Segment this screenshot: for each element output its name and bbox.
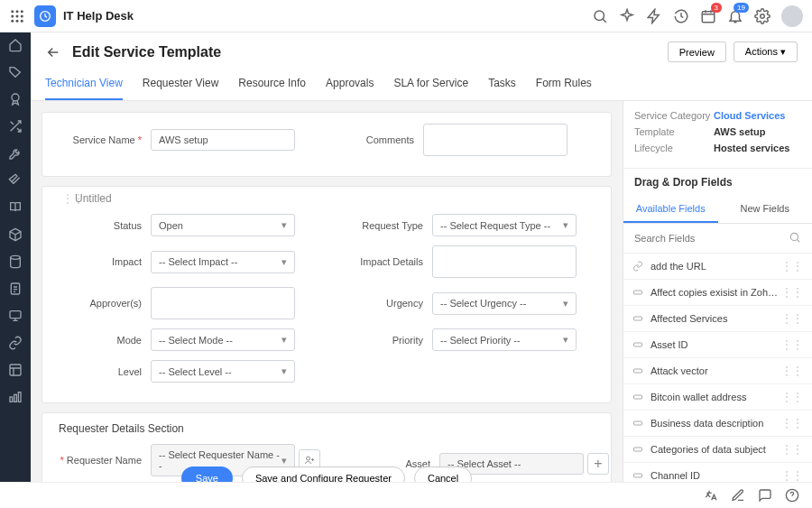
- field-type-icon: [632, 365, 643, 376]
- drag-handle-icon[interactable]: ⋮⋮: [781, 286, 803, 299]
- calendar-icon[interactable]: 3: [700, 8, 716, 24]
- history-icon[interactable]: [673, 8, 689, 24]
- report-icon[interactable]: [8, 282, 23, 296]
- tab-available-fields[interactable]: Available Fields: [623, 196, 718, 223]
- svg-point-22: [790, 233, 798, 240]
- tab-form-rules[interactable]: Form Rules: [536, 71, 592, 100]
- level-select[interactable]: -- Select Level --▾: [151, 360, 295, 383]
- rocket-icon[interactable]: [8, 173, 23, 188]
- field-item[interactable]: Business data description⋮⋮: [623, 411, 812, 437]
- field-item[interactable]: Affect copies exisist in Zoho's linfr...…: [623, 280, 812, 306]
- page-title: Edit Service Template: [72, 44, 221, 60]
- field-item[interactable]: add the URL⋮⋮: [623, 254, 812, 280]
- tag-icon[interactable]: [8, 65, 23, 79]
- tabs: Technician ViewRequester ViewResource In…: [45, 71, 798, 100]
- field-type-icon: [632, 313, 643, 324]
- book-icon[interactable]: [8, 200, 23, 215]
- wrench-icon[interactable]: [8, 146, 23, 161]
- zia-icon[interactable]: [619, 8, 635, 24]
- bolt-icon[interactable]: [646, 8, 662, 24]
- drag-handle-icon[interactable]: ⋮⋮: [781, 417, 803, 429]
- tab-tasks[interactable]: Tasks: [488, 71, 516, 100]
- drag-handle-icon[interactable]: ⋮⋮: [781, 260, 803, 272]
- svg-point-8: [21, 19, 23, 22]
- field-type-icon: [632, 287, 643, 298]
- actions-button[interactable]: Actions ▾: [734, 42, 798, 62]
- side-nav: [0, 32, 31, 508]
- bell-badge: 19: [734, 3, 749, 13]
- requester-section-title: Requester Details Section: [59, 422, 595, 435]
- svg-rect-29: [634, 448, 642, 451]
- urgency-select[interactable]: -- Select Urgency --▾: [432, 292, 577, 315]
- field-item[interactable]: Categories of data subject⋮⋮: [623, 437, 812, 463]
- help-icon[interactable]: [785, 488, 799, 503]
- svg-point-7: [16, 19, 19, 22]
- database-icon[interactable]: [8, 254, 23, 269]
- field-item[interactable]: Attack vector⋮⋮: [623, 358, 812, 384]
- gear-icon[interactable]: [754, 8, 770, 24]
- search-icon[interactable]: [592, 8, 608, 24]
- mode-select[interactable]: -- Select Mode --▾: [151, 328, 295, 351]
- tab-technician-view[interactable]: Technician View: [45, 71, 123, 100]
- impact-details-input[interactable]: [432, 245, 577, 278]
- edit-icon[interactable]: [731, 488, 745, 503]
- back-icon[interactable]: [45, 44, 61, 60]
- svg-rect-28: [634, 421, 642, 425]
- link-icon[interactable]: [8, 336, 23, 350]
- tab-requester-view[interactable]: Requester View: [143, 71, 219, 100]
- layout-icon[interactable]: [8, 363, 23, 377]
- chat-icon[interactable]: [758, 488, 772, 503]
- drag-handle-icon[interactable]: ⋮⋮: [781, 443, 803, 456]
- svg-point-6: [11, 19, 14, 22]
- drag-handle-icon[interactable]: ⋮⋮: [781, 469, 803, 482]
- badge-icon[interactable]: [8, 92, 23, 106]
- chart-icon[interactable]: [8, 390, 23, 404]
- field-type-icon: [632, 418, 643, 429]
- translate-icon[interactable]: [704, 488, 718, 503]
- impact-select[interactable]: -- Select Impact --▾: [151, 251, 295, 273]
- tab-sla-for-service[interactable]: SLA for Service: [393, 71, 468, 100]
- apps-grid-icon[interactable]: [9, 8, 25, 24]
- avatar[interactable]: [781, 5, 803, 27]
- meta-category[interactable]: Cloud Services: [714, 110, 785, 121]
- svg-rect-23: [634, 291, 642, 294]
- field-type-icon: [632, 470, 643, 481]
- monitor-icon[interactable]: [8, 309, 23, 323]
- request-type-select[interactable]: -- Select Request Type --▾: [432, 214, 577, 236]
- cube-icon[interactable]: [8, 227, 23, 242]
- bell-icon[interactable]: 19: [727, 8, 743, 24]
- comments-label: Comments: [331, 134, 414, 145]
- svg-point-1: [16, 10, 19, 13]
- field-type-icon: [632, 261, 643, 272]
- status-select[interactable]: Open▾: [151, 214, 295, 236]
- svg-rect-25: [634, 343, 642, 346]
- field-item[interactable]: Asset ID⋮⋮: [623, 332, 812, 358]
- field-item[interactable]: Bitcoin wallet address⋮⋮: [623, 384, 812, 411]
- service-name-input[interactable]: [151, 129, 295, 151]
- svg-rect-16: [10, 311, 21, 319]
- tab-resource-info[interactable]: Resource Info: [238, 71, 306, 100]
- field-item[interactable]: Affected Services⋮⋮: [623, 306, 812, 332]
- drag-handle-icon[interactable]: ⋮⋮: [781, 391, 803, 403]
- priority-select[interactable]: -- Select Priority --▾: [432, 328, 577, 351]
- svg-rect-26: [634, 369, 642, 373]
- comments-input[interactable]: [423, 124, 567, 156]
- calendar-badge: 3: [711, 3, 722, 13]
- shuffle-icon[interactable]: [8, 119, 23, 134]
- svg-rect-18: [10, 397, 13, 402]
- preview-button[interactable]: Preview: [668, 42, 726, 62]
- svg-point-5: [21, 14, 23, 17]
- svg-rect-17: [10, 365, 21, 375]
- search-fields-input[interactable]: [632, 229, 803, 247]
- svg-point-4: [16, 14, 19, 17]
- svg-rect-30: [634, 474, 642, 477]
- drag-handle-icon[interactable]: ⋮⋮: [781, 338, 803, 351]
- drag-handle-icon[interactable]: ⋮⋮: [781, 365, 803, 377]
- approvers-input[interactable]: [151, 287, 295, 319]
- drag-handle-icon[interactable]: ⋮⋮: [781, 312, 803, 325]
- tab-new-fields[interactable]: New Fields: [718, 196, 813, 223]
- tab-approvals[interactable]: Approvals: [326, 71, 374, 100]
- svg-point-3: [11, 14, 14, 17]
- home-icon[interactable]: [8, 38, 23, 52]
- field-type-icon: [632, 339, 643, 350]
